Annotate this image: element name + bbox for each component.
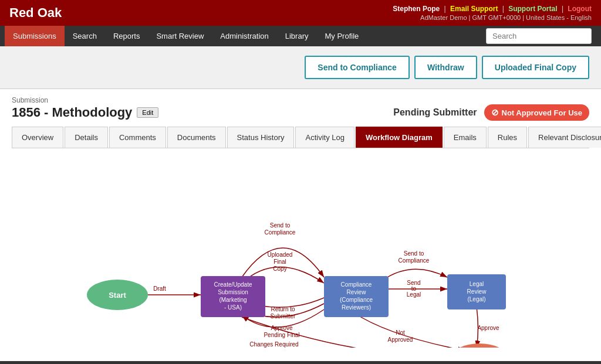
nav-reports[interactable]: Reports	[105, 26, 148, 46]
svg-text:Legal: Legal	[407, 291, 421, 298]
footer: Copyright © 2020 Red Oak Compliance Solu…	[0, 361, 601, 364]
support-portal-link[interactable]: Support Portal	[508, 5, 557, 13]
tab-activity-log[interactable]: Activity Log	[295, 127, 354, 148]
tab-comments[interactable]: Comments	[109, 127, 166, 148]
uploaded-final-copy-button[interactable]: Uploaded Final Copy	[482, 56, 589, 79]
svg-text:Compliance: Compliance	[341, 281, 372, 288]
tab-relevant-disclosures[interactable]: Relevant Disclosures	[528, 127, 601, 148]
workflow-diagram: Draft Send to Compliance Uploaded Final …	[12, 160, 589, 348]
not-approved-badge: ⊘ Not Approved For Use	[484, 104, 589, 121]
pending-submitter-label: Pending Submitter	[393, 107, 477, 118]
submission-header: Submission 1856 - Methodology Edit Pendi…	[0, 89, 601, 148]
svg-text:Approved: Approved	[388, 336, 413, 343]
svg-text:Start: Start	[109, 291, 126, 300]
tab-workflow-diagram[interactable]: Workflow Diagram	[356, 127, 443, 148]
svg-text:(Marketing: (Marketing	[219, 297, 247, 303]
status-area: Pending Submitter ⊘ Not Approved For Use	[393, 104, 589, 121]
svg-text:Pending Final: Pending Final	[264, 332, 299, 338]
svg-text:Return to: Return to	[271, 306, 295, 312]
tab-emails[interactable]: Emails	[444, 127, 487, 148]
svg-text:Changes Required: Changes Required	[249, 341, 298, 348]
svg-text:Reviewers): Reviewers)	[342, 304, 371, 311]
edit-button[interactable]: Edit	[137, 107, 158, 118]
svg-text:Uploaded: Uploaded	[268, 251, 293, 258]
app-logo: Red Oak	[9, 5, 62, 21]
tab-details[interactable]: Details	[65, 127, 108, 148]
nav-search[interactable]: Search	[65, 26, 105, 46]
svg-text:Send to: Send to	[404, 250, 424, 257]
action-bar: Send to Compliance Withdraw Uploaded Fin…	[0, 46, 601, 89]
svg-text:- USA): - USA)	[224, 304, 242, 311]
nav-submissions[interactable]: Submissions	[5, 26, 65, 46]
nav-administration[interactable]: Administration	[212, 26, 276, 46]
nav-smart-review[interactable]: Smart Review	[148, 26, 212, 46]
tab-documents[interactable]: Documents	[167, 127, 226, 148]
svg-text:(Compliance: (Compliance	[340, 297, 373, 303]
svg-text:Submitter: Submitter	[271, 313, 296, 319]
navbar: Submissions Search Reports Smart Review …	[0, 26, 601, 46]
svg-text:Not: Not	[396, 329, 405, 336]
header-right: Stephen Pope | Email Support | Support P…	[393, 5, 592, 21]
tabs: Overview Details Comments Documents Stat…	[12, 127, 589, 148]
nav-my-profile[interactable]: My Profile	[316, 26, 367, 46]
svg-text:Copy: Copy	[273, 266, 286, 272]
svg-text:Send to: Send to	[270, 222, 291, 229]
submission-title: 1856 - Methodology Edit	[12, 105, 158, 120]
search-input[interactable]	[486, 28, 592, 44]
svg-text:Compliance: Compliance	[265, 229, 296, 236]
svg-text:Compliance: Compliance	[399, 257, 430, 264]
email-support-link[interactable]: Email Support	[450, 5, 498, 13]
submission-label: Submission	[12, 96, 589, 104]
header-subtext: AdMaster Demo | GMT GMT+0000 | United St…	[393, 14, 592, 21]
header-user-row: Stephen Pope | Email Support | Support P…	[393, 5, 592, 13]
top-header: Red Oak Stephen Pope | Email Support | S…	[0, 0, 601, 26]
logout-link[interactable]: Logout	[568, 5, 592, 13]
username: Stephen Pope	[393, 5, 440, 13]
send-compliance-button[interactable]: Send to Compliance	[305, 56, 410, 79]
nav-search-area	[481, 26, 596, 46]
svg-text:Create/Update: Create/Update	[214, 281, 252, 288]
svg-text:Legal: Legal	[470, 281, 484, 287]
svg-text:Draft: Draft	[153, 285, 166, 292]
withdraw-button[interactable]: Withdraw	[414, 56, 477, 79]
submission-title-row: 1856 - Methodology Edit Pending Submitte…	[12, 104, 589, 121]
svg-text:(Legal): (Legal)	[467, 296, 485, 302]
nav-library[interactable]: Library	[277, 26, 317, 46]
workflow-area: Draft Send to Compliance Uploaded Final …	[0, 148, 601, 361]
svg-text:Review: Review	[347, 289, 367, 295]
svg-text:Review: Review	[467, 288, 487, 295]
svg-text:Final: Final	[274, 258, 286, 265]
svg-text:Submission: Submission	[218, 289, 248, 295]
svg-text:Approve: Approve	[477, 325, 499, 331]
tab-status-history[interactable]: Status History	[227, 127, 295, 148]
tab-overview[interactable]: Overview	[12, 127, 63, 148]
tab-rules[interactable]: Rules	[488, 127, 527, 148]
ban-icon: ⊘	[491, 107, 499, 118]
end-node	[453, 343, 507, 348]
